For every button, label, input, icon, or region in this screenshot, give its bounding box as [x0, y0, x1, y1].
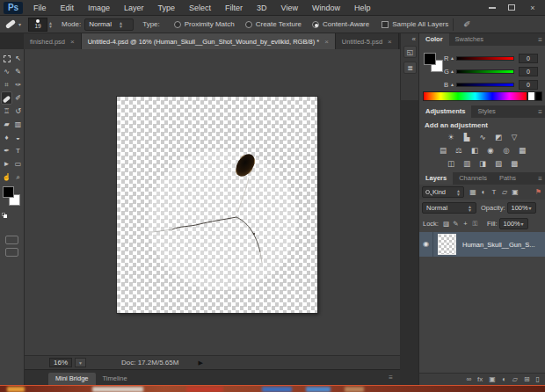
- panel-menu-icon[interactable]: ≡: [538, 108, 545, 116]
- panel-menu-icon[interactable]: ≡: [538, 36, 545, 44]
- layer-effects-icon[interactable]: fx: [477, 375, 483, 383]
- brush-size-spinner[interactable]: ▲▼: [48, 21, 53, 28]
- pasteboard[interactable]: [25, 49, 400, 355]
- ramp-black-swatch[interactable]: [535, 91, 542, 101]
- new-group-icon[interactable]: ▱: [512, 375, 518, 383]
- tab-adjustments[interactable]: Adjustments: [419, 105, 471, 118]
- default-colors-icon[interactable]: [2, 213, 8, 219]
- slider-marker-icon[interactable]: ▲: [450, 82, 454, 87]
- zoom-level-field[interactable]: 16%: [49, 358, 72, 367]
- tab-color[interactable]: Color: [419, 33, 449, 46]
- panel-menu-icon[interactable]: ≡: [538, 175, 545, 183]
- document-tab-2[interactable]: Untitled-5.psd×: [336, 33, 399, 49]
- hue-saturation-icon[interactable]: ▤: [438, 145, 449, 156]
- vibrance-icon[interactable]: ▽: [509, 132, 520, 142]
- lasso-tool[interactable]: ∿: [1, 65, 12, 78]
- lock-all-icon[interactable]: ⚿: [470, 220, 480, 229]
- layer-thumbnail[interactable]: [438, 234, 456, 255]
- slider-marker-icon[interactable]: ▲: [450, 55, 454, 61]
- quick-mask-button[interactable]: [5, 236, 18, 244]
- filter-shape-layers-icon[interactable]: ▱: [499, 188, 510, 196]
- tab-styles[interactable]: Styles: [471, 105, 501, 118]
- color-lookup-icon[interactable]: ▦: [517, 145, 528, 156]
- selective-color-icon[interactable]: ▩: [509, 158, 520, 169]
- tab-close-icon[interactable]: ×: [324, 38, 329, 46]
- filter-adjustment-layers-icon[interactable]: ◐: [478, 188, 489, 196]
- crop-tool[interactable]: ⌗: [1, 78, 12, 91]
- gradient-tool[interactable]: ▥: [12, 118, 24, 131]
- path-selection-tool[interactable]: ►: [1, 157, 12, 171]
- spot-healing-brush-tool[interactable]: [1, 91, 12, 105]
- zoom-tool[interactable]: ⌕: [12, 171, 24, 184]
- menu-item-edit[interactable]: Edit: [54, 0, 82, 16]
- panel-foreground-swatch[interactable]: [424, 53, 436, 65]
- layer-visibility-eye-icon[interactable]: ◉: [419, 232, 433, 257]
- foreground-color-swatch[interactable]: [3, 186, 14, 198]
- menu-item-image[interactable]: Image: [81, 0, 117, 16]
- history-panel-icon[interactable]: ◱: [403, 46, 417, 58]
- menu-item-window[interactable]: Window: [305, 0, 347, 16]
- bottom-tab-mini-bridge[interactable]: Mini Bridge: [48, 373, 96, 385]
- history-brush-tool[interactable]: ↺: [12, 105, 24, 118]
- ramp-white-swatch[interactable]: [527, 91, 535, 101]
- expand-panels-button[interactable]: «: [412, 35, 416, 43]
- screen-mode-button[interactable]: [5, 248, 18, 257]
- menu-item-filter[interactable]: Filter: [218, 0, 250, 16]
- tab-close-icon[interactable]: ×: [388, 38, 392, 46]
- radio-proximity-match[interactable]: Proximity Match: [174, 20, 235, 28]
- add-layer-mask-icon[interactable]: ▣: [489, 375, 496, 383]
- brush-tool[interactable]: ✐: [12, 91, 24, 105]
- taskbar-icon[interactable]: [306, 387, 331, 392]
- taskbar-icon[interactable]: [345, 387, 364, 392]
- tab-channels[interactable]: Channels: [453, 172, 493, 185]
- slider-marker-icon[interactable]: ▲: [450, 69, 454, 74]
- gradient-map-icon[interactable]: ▧: [493, 158, 505, 169]
- rectangular-marquee-tool[interactable]: [1, 52, 12, 65]
- channel-mixer-icon[interactable]: ◎: [501, 145, 512, 156]
- tool-preset-picker[interactable]: ▾: [5, 21, 21, 27]
- document-tab-0[interactable]: finished.psd×: [24, 33, 82, 49]
- delete-layer-icon[interactable]: ▯: [536, 375, 540, 383]
- menu-item-layer[interactable]: Layer: [117, 0, 151, 16]
- curves-icon[interactable]: ∿: [477, 132, 489, 142]
- mode-select[interactable]: Normal ▲▼: [84, 18, 134, 31]
- levels-icon[interactable]: ▙: [461, 132, 473, 142]
- properties-panel-icon[interactable]: ≣: [403, 62, 417, 74]
- lock-transparent-pixels-icon[interactable]: ▨: [441, 220, 451, 229]
- menu-item-type[interactable]: Type: [151, 0, 183, 16]
- menu-item-select[interactable]: Select: [182, 0, 218, 16]
- hand-tool[interactable]: ☝: [1, 171, 12, 184]
- radio-create-texture[interactable]: Create Texture: [245, 20, 302, 28]
- link-layers-icon[interactable]: ∞: [466, 375, 471, 383]
- fill-select[interactable]: 100% ▾: [499, 218, 528, 229]
- kind-filter-select[interactable]: Kind ▲▼: [422, 186, 464, 198]
- taskbar-icon[interactable]: [262, 387, 292, 392]
- move-tool[interactable]: ↖: [12, 52, 24, 65]
- bottom-tab-timeline[interactable]: Timeline: [96, 373, 134, 385]
- channel-value[interactable]: 0: [519, 54, 538, 63]
- close-icon[interactable]: ×: [527, 4, 538, 12]
- brightness-contrast-icon[interactable]: ☀: [446, 132, 457, 142]
- taskbar-icon[interactable]: [7, 387, 25, 392]
- layer-filter-toggle-icon[interactable]: ⚑: [535, 188, 545, 196]
- exposure-icon[interactable]: ◩: [493, 132, 505, 142]
- lock-position-icon[interactable]: +: [461, 220, 470, 229]
- blur-tool[interactable]: ♦: [1, 131, 12, 144]
- menu-item-file[interactable]: File: [26, 0, 54, 16]
- pen-tool[interactable]: ✒: [1, 144, 12, 157]
- layer-row-selected[interactable]: ◉ Human_Skull__Gun_S...: [419, 232, 545, 257]
- restore-icon[interactable]: [508, 4, 515, 11]
- quick-selection-tool[interactable]: ✎: [12, 65, 24, 78]
- posterize-icon[interactable]: ▥: [461, 158, 473, 169]
- slider-track[interactable]: [456, 69, 514, 74]
- clone-stamp-tool[interactable]: ♖: [1, 105, 12, 118]
- tab-swatches[interactable]: Swatches: [449, 33, 490, 46]
- lock-image-pixels-icon[interactable]: ✎: [451, 220, 461, 229]
- filter-pixel-layers-icon[interactable]: ▦: [468, 188, 478, 196]
- tab-close-icon[interactable]: ×: [70, 38, 75, 46]
- panel-menu-icon[interactable]: ≡: [389, 374, 400, 381]
- blend-mode-select[interactable]: Normal ▲▼: [422, 202, 476, 214]
- radio-content-aware[interactable]: Content-Aware: [312, 20, 369, 28]
- color-spectrum-ramp[interactable]: [423, 91, 527, 101]
- menu-item-help[interactable]: Help: [347, 0, 378, 16]
